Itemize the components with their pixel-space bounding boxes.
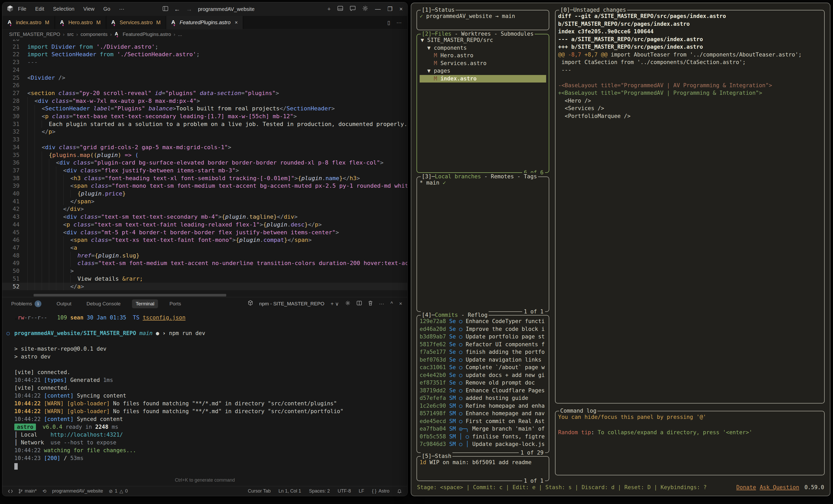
layout-panel-icon[interactable] (337, 6, 343, 13)
code-line[interactable]: 31 Each plugin started as a solution to … (2, 120, 407, 128)
directory-row[interactable]: ▼ pages (420, 67, 546, 75)
code-line[interactable]: 52 </a> (2, 283, 407, 290)
menu-item[interactable]: View (83, 6, 95, 12)
panel-tab-problems[interactable]: Problems1 (7, 299, 45, 309)
kill-terminal-trash-icon[interactable] (368, 301, 373, 307)
commit-row[interactable]: ede45ecd SM ○ First commit on Real Ast (420, 417, 546, 425)
commit-row[interactable]: cac31061 Se ○ Complete `/about` page w (420, 364, 546, 371)
code-line[interactable]: 27<section class="py-20 scroll-reveal" i… (2, 89, 407, 97)
indentation-setting[interactable]: Spaces: 2 (309, 488, 330, 494)
file-row[interactable]: M Hero.astro (420, 52, 546, 59)
terminal-settings-gear-icon[interactable] (345, 301, 350, 307)
breadcrumb-item[interactable]: FeaturedPlugins.astro (123, 31, 171, 37)
code-line[interactable]: 34 <div class="grid grid-cols-2 gap-5 ma… (2, 143, 407, 151)
close-button[interactable]: × (399, 6, 403, 13)
code-line[interactable]: 23--- (2, 58, 407, 66)
minimize-button[interactable]: — (375, 6, 381, 13)
commit-row[interactable]: d57efefa SM ○ added hosting guide (420, 394, 546, 402)
commit-row[interactable]: 7c9846d3 SM ○ │ Update package-lock.js (420, 440, 546, 448)
menu-item[interactable]: File (18, 6, 26, 12)
directory-row[interactable]: ▼ components (420, 44, 546, 52)
restore-button[interactable]: ❐ (387, 6, 392, 13)
command-log-panel[interactable]: Command log You can hide/focus this pane… (555, 411, 825, 475)
editor-tab[interactable]: A▼Hero.astroM (55, 16, 106, 29)
stash-line[interactable]: 1d WIP on main: b6f5091 add readme (420, 459, 546, 466)
commit-row[interactable]: 0fb5c558 SM │ ○ finilise fonts, figtre (420, 433, 546, 441)
new-terminal-icon[interactable]: + ∨ (331, 301, 339, 307)
editor-tab[interactable]: A▼Services.astroM (106, 16, 166, 29)
code-line[interactable]: 26 (2, 81, 407, 89)
code-line[interactable]: 38 <h3 class="font-heading text-xl font-… (2, 174, 407, 182)
repo-name[interactable]: programmedAV_website (52, 488, 103, 494)
commit-row[interactable]: b3d89ab7 Se ○ Update portfolio page st (420, 333, 546, 341)
code-line[interactable]: 51 View details &rarr; (2, 275, 407, 283)
donate-link[interactable]: Donate (736, 484, 756, 491)
commit-row[interactable]: f7a5e177 Se ○ finish adding the portfo (420, 348, 546, 356)
close-tab-icon[interactable]: × (235, 20, 238, 25)
commit-row[interactable]: ef87351f Se ○ Remove old prompt doc (420, 379, 546, 387)
eol-setting[interactable]: LF (359, 488, 364, 494)
terminal[interactable]: .rw-r--r-- 109 sean 30 Jan 01:35 TS tsco… (2, 310, 407, 486)
more-tabs-icon[interactable]: ⋯ (397, 20, 402, 26)
commit-row[interactable]: ce4e42b0 Se ○ update docs + add new gi (420, 371, 546, 379)
editor-tab[interactable]: A▼FeaturedPlugins.astro× (166, 16, 243, 29)
commit-row[interactable]: 5817fe62 Se ○ Refactor UI components f (420, 341, 546, 349)
commit-row[interactable]: 129e72a8 Se ○ Enhance CodeTyper functi (420, 318, 546, 326)
code-line[interactable]: 43 <div class="text-sm text-text-seconda… (2, 213, 407, 221)
language-mode[interactable]: { }Astro (372, 488, 389, 494)
commit-row[interactable]: bef0763d Se ○ Update navigation links (420, 356, 546, 364)
code-line[interactable]: 50 > (2, 267, 407, 275)
file-row[interactable]: M index.astro (420, 75, 546, 83)
code-line[interactable]: 33 (2, 136, 407, 143)
code-line[interactable]: 35 {plugins.map((plugin) => ( (2, 151, 407, 159)
problems-indicator[interactable]: ⊘1 △0 (109, 488, 128, 494)
menu-item[interactable]: Go (103, 6, 110, 12)
commits-panel[interactable]: [4]─Commits - Reflog 129e72a8 Se ○ Enhan… (416, 315, 549, 453)
code-line[interactable]: 32 </p> (2, 128, 407, 136)
code-line[interactable]: 45 <div class="mt-5 pt-4 border-t border… (2, 229, 407, 236)
split-editor-icon[interactable]: ▯ (387, 20, 390, 26)
branch-line[interactable]: * main ✓ (420, 179, 546, 187)
cursor-tab-toggle[interactable]: Cursor Tab (248, 488, 271, 494)
chat-icon[interactable] (350, 6, 356, 13)
back-icon[interactable]: ← (174, 5, 180, 13)
code-line[interactable]: 40 {plugin.price} (2, 190, 407, 198)
commit-row[interactable]: ed46a20d Se ○ Improve the code block i (420, 326, 546, 333)
encoding-setting[interactable]: UTF-8 (338, 488, 351, 494)
menu-item[interactable]: Selection (53, 6, 74, 12)
directory-row[interactable]: ▼ SITE_MASTER_REPO/src (420, 37, 546, 44)
code-line[interactable]: 24 (2, 66, 407, 74)
code-line[interactable]: 48 href={plugin.slug} (2, 252, 407, 260)
code-line[interactable]: 46 <span class="text-xs text-text-faint … (2, 236, 407, 244)
code-line[interactable]: 36 <div class="plugin-card bg-surface-el… (2, 159, 407, 167)
code-line[interactable]: 30 <p class="text-base text-text-seconda… (2, 113, 407, 120)
code-line[interactable]: 39 <span class="font-mono text-sm font-m… (2, 182, 407, 190)
code-line[interactable]: 37 <div class="flex justify-between item… (2, 167, 407, 174)
code-line[interactable]: 42 </div> (2, 205, 407, 213)
stash-panel[interactable]: [5]─Stash 1d WIP on main: b6f5091 add re… (416, 456, 549, 481)
menu-item[interactable]: Edit (35, 6, 44, 12)
ask-question-link[interactable]: Ask Question (760, 484, 799, 491)
status-panel[interactable]: [1]─Status ✓ programmedAV_website → main (416, 10, 549, 30)
settings-gear-icon[interactable] (362, 5, 368, 13)
terminal-session-label[interactable]: npm - SITE_MASTER_REPO (259, 301, 324, 307)
panel-tab-terminal[interactable]: Terminal (132, 299, 158, 308)
code-line[interactable]: 41 </span> (2, 198, 407, 206)
breadcrumb-item[interactable]: components (80, 31, 108, 37)
breadcrumb-item[interactable]: SITE_MASTER_REPO (9, 31, 60, 37)
editor-tab[interactable]: A▼index.astroM (2, 16, 55, 29)
horizontal-scrollbar[interactable] (33, 294, 226, 296)
code-line[interactable]: 21import Divider from './Divider.astro'; (2, 43, 407, 51)
new-tab-icon[interactable]: + (328, 6, 331, 13)
breadcrumb-item[interactable]: ... (178, 31, 182, 37)
more-actions-icon[interactable]: ··· (379, 301, 384, 307)
commit-row[interactable]: 38719dd2 Se ○ Enhance Cloudflare Pages (420, 387, 546, 395)
code-line[interactable]: 29 <SectionHeader label="Plugins" balanc… (2, 105, 407, 113)
commit-row[interactable]: 8571498f SM ○ Enhance homepage and nav (420, 410, 546, 417)
file-row[interactable]: M Services.astro (420, 59, 546, 67)
git-branch-indicator[interactable]: main* (19, 488, 37, 494)
diff-panel[interactable]: [0]─Unstaged changes diff --git a/SITE_M… (555, 10, 825, 404)
branches-panel[interactable]: [3]─Local branches - Remotes - Tags * ma… (416, 176, 549, 312)
code-line[interactable]: 49 class="text-sm font-medium text-accen… (2, 259, 407, 267)
files-panel[interactable]: [2]─Files - Worktrees - Submodules ▼ SIT… (416, 34, 549, 173)
